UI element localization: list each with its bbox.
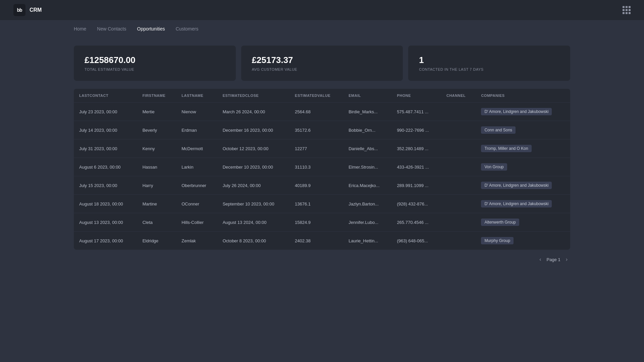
opportunities-table: LASTCONTACT FIRSTNAME LASTNAME ESTIMATED…	[74, 89, 570, 250]
col-lastname: LASTNAME	[176, 89, 217, 103]
table-header-row: LASTCONTACT FIRSTNAME LASTNAME ESTIMATED…	[74, 89, 570, 103]
cell-lastcontact: July 15 2023, 00:00	[74, 176, 137, 195]
cell-email: Laurie_Hettin...	[343, 232, 391, 250]
cell-estimatedvalue: 35172.6	[289, 121, 343, 139]
cell-estimatedvalue: 31110.3	[289, 158, 343, 176]
cell-estimatedclose: October 12 2023, 00:00	[217, 139, 289, 158]
main-content: £1258670.00 TOTAL ESTIMATED VALUE £25173…	[0, 38, 644, 275]
pagination: ‹ Page 1 ›	[74, 250, 570, 266]
cell-email: Jennifer.Lubo...	[343, 213, 391, 232]
cell-company: Conn and Sons	[476, 121, 570, 139]
cell-firstname: Beverly	[137, 121, 176, 139]
next-page-button[interactable]: ›	[563, 255, 570, 264]
cell-firstname: Cleta	[137, 213, 176, 232]
prev-page-button[interactable]: ‹	[537, 255, 544, 264]
col-estimatedvalue: ESTIMATEDVALUE	[289, 89, 343, 103]
cell-lastcontact: July 14 2023, 00:00	[74, 121, 137, 139]
cell-channel	[441, 213, 476, 232]
table-row[interactable]: August 6 2023, 00:00 Hassan Larkin Decem…	[74, 158, 570, 176]
cell-lastname: Erdman	[176, 121, 217, 139]
table-row[interactable]: August 18 2023, 00:00 Martine OConner Se…	[74, 195, 570, 213]
apps-icon[interactable]	[623, 6, 631, 14]
cell-firstname: Mertie	[137, 103, 176, 121]
col-phone: PHONE	[391, 89, 441, 103]
stat-avg-label: AVG CUSTOMER VALUE	[252, 67, 392, 71]
cell-company: D' Amore, Lindgren and Jakubowski	[476, 176, 570, 195]
stat-card-contacted: 1 CONTACTED IN THE LAST 7 DAYS	[408, 46, 570, 81]
cell-phone: (963) 648-065...	[391, 232, 441, 250]
cell-firstname: Harry	[137, 176, 176, 195]
cell-channel	[441, 232, 476, 250]
col-estimatedclose: ESTIMATEDCLOSE	[217, 89, 289, 103]
cell-estimatedvalue: 2564.68	[289, 103, 343, 121]
cell-lastcontact: August 18 2023, 00:00	[74, 195, 137, 213]
stat-card-avg-value: £25173.37 AVG CUSTOMER VALUE	[241, 46, 403, 81]
cell-firstname: Eldridge	[137, 232, 176, 250]
table-row[interactable]: July 31 2023, 00:00 Kenny McDermott Octo…	[74, 139, 570, 158]
nav-opportunities[interactable]: Opportunities	[137, 25, 165, 33]
cell-phone: (928) 432-876...	[391, 195, 441, 213]
nav-home[interactable]: Home	[74, 25, 86, 33]
cell-estimatedclose: March 26 2024, 00:00	[217, 103, 289, 121]
stat-avg-value: £25173.37	[252, 55, 392, 65]
cell-company: D' Amore, Lindgren and Jakubowski	[476, 103, 570, 121]
cell-estimatedvalue: 12277	[289, 139, 343, 158]
cell-company: Altenwerth Group	[476, 213, 570, 232]
page-info: Page 1	[546, 257, 560, 262]
table-row[interactable]: August 13 2023, 00:00 Cleta Hills-Collie…	[74, 213, 570, 232]
cell-channel	[441, 195, 476, 213]
nav-customers[interactable]: Customers	[176, 25, 199, 33]
cell-firstname: Hassan	[137, 158, 176, 176]
cell-lastname: OConner	[176, 195, 217, 213]
cell-lastcontact: August 13 2023, 00:00	[74, 213, 137, 232]
stats-row: £1258670.00 TOTAL ESTIMATED VALUE £25173…	[74, 46, 570, 81]
cell-lastname: Hills-Collier	[176, 213, 217, 232]
cell-company: Murphy Group	[476, 232, 570, 250]
cell-phone: 575.487.7411 ...	[391, 103, 441, 121]
cell-email: Erica.Macejko...	[343, 176, 391, 195]
stat-card-total-value: £1258670.00 TOTAL ESTIMATED VALUE	[74, 46, 236, 81]
logo: bb	[13, 4, 25, 16]
cell-lastname: Nienow	[176, 103, 217, 121]
header-left: bb CRM	[13, 4, 42, 16]
cell-phone: 990-222-7696 ...	[391, 121, 441, 139]
navigation: Home New Contacts Opportunities Customer…	[0, 20, 644, 38]
cell-lastcontact: August 6 2023, 00:00	[74, 158, 137, 176]
cell-email: Elmer.Strosin...	[343, 158, 391, 176]
cell-channel	[441, 139, 476, 158]
cell-email: Birdie_Marks...	[343, 103, 391, 121]
cell-lastname: Zemlak	[176, 232, 217, 250]
cell-channel	[441, 103, 476, 121]
col-channel: CHANNEL	[441, 89, 476, 103]
cell-firstname: Martine	[137, 195, 176, 213]
cell-estimatedvalue: 15824.9	[289, 213, 343, 232]
cell-company: Tromp, Miller and O Kon	[476, 139, 570, 158]
cell-estimatedclose: December 16 2023, 00:00	[217, 121, 289, 139]
cell-lastname: Larkin	[176, 158, 217, 176]
cell-channel	[441, 121, 476, 139]
cell-company: Von Group	[476, 158, 570, 176]
cell-estimatedclose: October 8 2023, 00:00	[217, 232, 289, 250]
cell-estimatedvalue: 13676.1	[289, 195, 343, 213]
cell-email: Danielle_Abs...	[343, 139, 391, 158]
col-companies: COMPANIES	[476, 89, 570, 103]
stat-total-value: £1258670.00	[85, 55, 225, 65]
nav-new-contacts[interactable]: New Contacts	[97, 25, 126, 33]
cell-phone: 433-426-3921 ...	[391, 158, 441, 176]
header: bb CRM	[0, 0, 644, 20]
table-row[interactable]: July 14 2023, 00:00 Beverly Erdman Decem…	[74, 121, 570, 139]
cell-email: Bobbie_Orn...	[343, 121, 391, 139]
cell-lastname: McDermott	[176, 139, 217, 158]
table-row[interactable]: July 15 2023, 00:00 Harry Oberbrunner Ju…	[74, 176, 570, 195]
cell-email: Jazlyn.Barton...	[343, 195, 391, 213]
cell-company: D' Amore, Lindgren and Jakubowski	[476, 195, 570, 213]
stat-contacted-value: 1	[419, 55, 559, 65]
table-row[interactable]: July 23 2023, 00:00 Mertie Nienow March …	[74, 103, 570, 121]
cell-estimatedclose: September 10 2023, 00:00	[217, 195, 289, 213]
cell-lastcontact: July 23 2023, 00:00	[74, 103, 137, 121]
stat-total-label: TOTAL ESTIMATED VALUE	[85, 67, 225, 71]
app-title: CRM	[30, 7, 42, 13]
col-firstname: FIRSTNAME	[137, 89, 176, 103]
cell-phone: 289.991.1099 ...	[391, 176, 441, 195]
table-row[interactable]: August 17 2023, 00:00 Eldridge Zemlak Oc…	[74, 232, 570, 250]
